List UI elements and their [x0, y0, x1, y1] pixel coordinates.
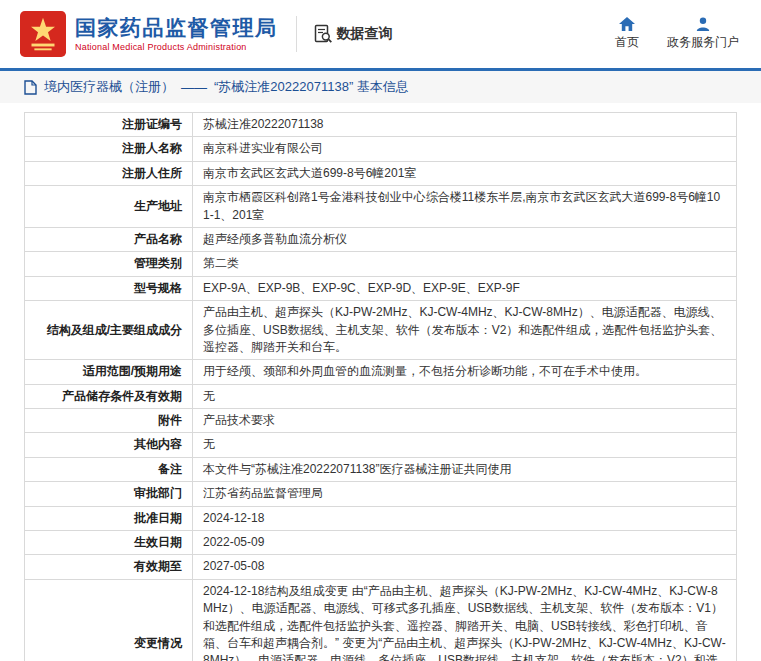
row-label: 适用范围/预期用途: [25, 360, 193, 384]
row-value: 无: [193, 384, 737, 408]
home-icon: [619, 17, 635, 31]
row-label: 注册人名称: [25, 137, 193, 161]
table-row: 批准日期 2024-12-18: [25, 506, 737, 530]
row-label: 注册证编号: [25, 113, 193, 137]
row-value: 产品技术要求: [193, 409, 737, 433]
row-label: 型号规格: [25, 276, 193, 300]
header: 国家药品监督管理局 National Medical Products Admi…: [0, 0, 761, 68]
table-row: 管理类别 第二类: [25, 252, 737, 276]
nav-item-portal[interactable]: 政务服务门户: [667, 17, 739, 51]
row-value: 南京科进实业有限公司: [193, 137, 737, 161]
breadcrumb-section[interactable]: 境内医疗器械（注册）: [44, 78, 174, 96]
row-value: 2024-12-18: [193, 506, 737, 530]
row-value: EXP-9A、EXP-9B、EXP-9C、EXP-9D、EXP-9E、EXP-9…: [193, 276, 737, 300]
row-label: 结构及组成/主要组成成分: [25, 301, 193, 360]
main-content: 注册证编号 苏械注准20222071138 注册人名称 南京科进实业有限公司 注…: [0, 103, 761, 661]
table-row: 附件 产品技术要求: [25, 409, 737, 433]
row-value: 南京市栖霞区科创路1号金港科技创业中心综合楼11楼东半层,南京市玄武区玄武大道6…: [193, 186, 737, 228]
user-icon: [696, 17, 710, 31]
info-table-body: 注册证编号 苏械注准20222071138 注册人名称 南京科进实业有限公司 注…: [25, 113, 737, 661]
top-nav: 首页 政务服务门户: [615, 17, 739, 51]
document-icon: [24, 80, 37, 95]
national-emblem-icon: [20, 11, 66, 57]
table-row: 适用范围/预期用途 用于经颅、颈部和外周血管的血流测量，不包括分析诊断功能，不可…: [25, 360, 737, 384]
breadcrumb-current: “苏械注准20222071138” 基本信息: [214, 78, 409, 96]
table-row: 产品名称 超声经颅多普勒血流分析仪: [25, 227, 737, 251]
row-label: 生效日期: [25, 531, 193, 555]
table-row: 型号规格 EXP-9A、EXP-9B、EXP-9C、EXP-9D、EXP-9E、…: [25, 276, 737, 300]
row-label: 批准日期: [25, 506, 193, 530]
data-query-icon: [313, 24, 333, 44]
row-label: 管理类别: [25, 252, 193, 276]
row-value: 超声经颅多普勒血流分析仪: [193, 227, 737, 251]
row-value: 第二类: [193, 252, 737, 276]
org-name-cn: 国家药品监督管理局: [75, 16, 278, 39]
table-row: 注册证编号 苏械注准20222071138: [25, 113, 737, 137]
breadcrumb-separator: ——: [181, 80, 207, 95]
data-query-label: 数据查询: [337, 25, 393, 43]
table-row: 结构及组成/主要组成成分 产品由主机、超声探头（KJ-PW-2MHz、KJ-CW…: [25, 301, 737, 360]
row-value: 无: [193, 433, 737, 457]
nav-portal-label: 政务服务门户: [667, 34, 739, 51]
data-query-button[interactable]: 数据查询: [313, 24, 393, 44]
table-row: 产品储存条件及有效期 无: [25, 384, 737, 408]
table-row: 变更情况 2024-12-18结构及组成变更 由“产品由主机、超声探头（KJ-P…: [25, 579, 737, 661]
nav-item-home[interactable]: 首页: [615, 17, 639, 51]
breadcrumb: 境内医疗器械（注册） —— “苏械注准20222071138” 基本信息: [0, 71, 761, 103]
org-title-block: 国家药品监督管理局 National Medical Products Admi…: [75, 16, 278, 52]
info-table: 注册证编号 苏械注准20222071138 注册人名称 南京科进实业有限公司 注…: [24, 112, 737, 661]
row-value: 南京市玄武区玄武大道699-8号6幢201室: [193, 161, 737, 185]
row-value: 2022-05-09: [193, 531, 737, 555]
row-value: 本文件与“苏械注准20222071138”医疗器械注册证共同使用: [193, 457, 737, 481]
row-value: 用于经颅、颈部和外周血管的血流测量，不包括分析诊断功能，不可在手术中使用。: [193, 360, 737, 384]
row-value: 江苏省药品监督管理局: [193, 482, 737, 506]
nav-home-label: 首页: [615, 34, 639, 51]
header-divider: [296, 16, 297, 52]
row-label: 产品名称: [25, 227, 193, 251]
row-label: 其他内容: [25, 433, 193, 457]
org-name-en: National Medical Products Administration: [75, 42, 278, 52]
row-label: 注册人住所: [25, 161, 193, 185]
table-row: 注册人住所 南京市玄武区玄武大道699-8号6幢201室: [25, 161, 737, 185]
row-label: 变更情况: [25, 579, 193, 661]
row-label: 生产地址: [25, 186, 193, 228]
table-row: 其他内容 无: [25, 433, 737, 457]
row-label: 备注: [25, 457, 193, 481]
row-value: 2024-12-18结构及组成变更 由“产品由主机、超声探头（KJ-PW-2MH…: [193, 579, 737, 661]
row-value: 苏械注准20222071138: [193, 113, 737, 137]
table-row: 备注 本文件与“苏械注准20222071138”医疗器械注册证共同使用: [25, 457, 737, 481]
row-label: 附件: [25, 409, 193, 433]
table-row: 生效日期 2022-05-09: [25, 531, 737, 555]
table-row: 生产地址 南京市栖霞区科创路1号金港科技创业中心综合楼11楼东半层,南京市玄武区…: [25, 186, 737, 228]
table-row: 有效期至 2027-05-08: [25, 555, 737, 579]
table-row: 审批部门 江苏省药品监督管理局: [25, 482, 737, 506]
row-label: 产品储存条件及有效期: [25, 384, 193, 408]
row-value: 2027-05-08: [193, 555, 737, 579]
table-row: 注册人名称 南京科进实业有限公司: [25, 137, 737, 161]
row-value: 产品由主机、超声探头（KJ-PW-2MHz、KJ-CW-4MHz、KJ-CW-8…: [193, 301, 737, 360]
row-label: 有效期至: [25, 555, 193, 579]
row-label: 审批部门: [25, 482, 193, 506]
